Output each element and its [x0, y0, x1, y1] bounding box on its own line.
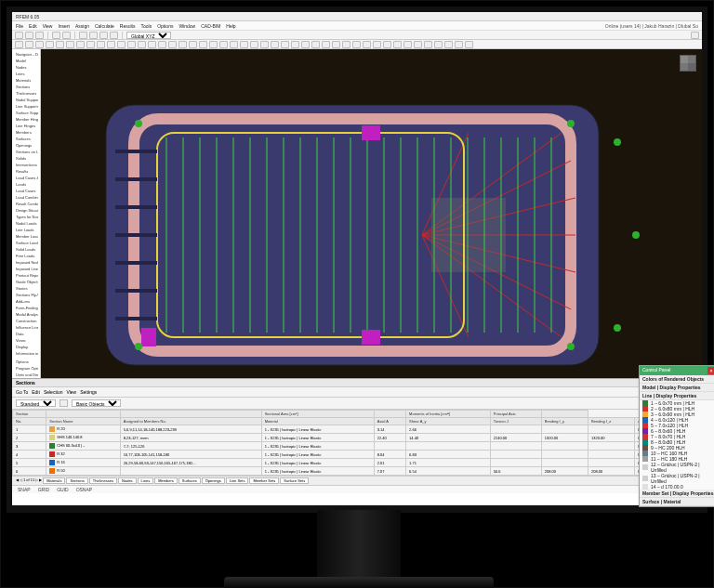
nav-item[interactable]: Sections Fly-Views: [14, 292, 38, 298]
nav-item[interactable]: Views: [14, 337, 38, 344]
toolbar-button[interactable]: [301, 41, 310, 48]
nav-item[interactable]: Stories: [14, 285, 38, 292]
nav-item[interactable]: Sections on Load …: [14, 149, 38, 155]
toolbar-button[interactable]: [271, 41, 279, 48]
sections-table[interactable]: SectionSectional Area [cm²]Moments of In…: [12, 410, 702, 476]
toolbar-button[interactable]: [393, 41, 402, 48]
toolbar-button[interactable]: [444, 41, 453, 48]
nav-item[interactable]: Surfaces: [14, 136, 38, 142]
toolbar-button[interactable]: [455, 41, 463, 48]
sheet-tab[interactable]: Sections: [66, 477, 87, 484]
nav-item[interactable]: Free Loads: [14, 253, 38, 259]
nav-item[interactable]: Loads: [14, 181, 38, 188]
toolbar-button[interactable]: [117, 41, 126, 48]
nav-item[interactable]: Display: [14, 344, 38, 350]
nav-item[interactable]: Nodal Loads: [14, 220, 38, 227]
nav-item[interactable]: Construction: [14, 318, 38, 324]
redo-icon[interactable]: [62, 32, 71, 39]
nav-item[interactable]: Member Loads: [14, 233, 38, 240]
toolbar-button[interactable]: [414, 41, 422, 48]
toolbar-button[interactable]: [332, 41, 340, 48]
sheet-tab[interactable]: Materials: [43, 477, 65, 484]
toolbar-button[interactable]: [189, 41, 197, 48]
toolbar-button[interactable]: [403, 41, 412, 48]
menu-results[interactable]: Results: [120, 23, 136, 29]
nav-item[interactable]: Data: [14, 331, 38, 337]
panel-tab-settings[interactable]: Settings: [80, 389, 97, 395]
sheet-tab[interactable]: Surface Sets: [280, 477, 309, 484]
menu-cad-bim[interactable]: CAD-BIM: [201, 23, 220, 29]
toolbar-button[interactable]: [230, 41, 238, 48]
cp-section-head[interactable]: Model | Display Properties: [640, 384, 714, 392]
undo-icon[interactable]: [52, 32, 60, 39]
menu-help[interactable]: Help: [226, 23, 235, 29]
toolbar-button[interactable]: [209, 41, 218, 48]
nav-item[interactable]: Line Supports: [14, 103, 38, 110]
viewport[interactable]: [41, 49, 702, 378]
menu-view[interactable]: View: [43, 23, 53, 29]
nav-item[interactable]: Line Loads: [14, 227, 38, 233]
nav-item[interactable]: Materials: [14, 77, 38, 84]
toolbar-button[interactable]: [25, 41, 33, 48]
menu-edit[interactable]: Edit: [29, 23, 37, 29]
save-icon[interactable]: [35, 32, 44, 39]
control-panel[interactable]: Control Panel × Colors of Rendered Objec…: [639, 365, 714, 507]
table-row[interactable]: 4R 3216,77,103-105,141,158-1801 - S235 |…: [13, 451, 702, 459]
sheet-tab[interactable]: Line Sets: [226, 477, 249, 484]
cp-section-head[interactable]: Colors of Rendered Objects: [640, 375, 714, 384]
nav-item[interactable]: Line Hinges: [14, 123, 38, 129]
nav-item[interactable]: Openings: [14, 142, 38, 149]
nav-item[interactable]: Surface Loads: [14, 240, 38, 246]
nav-item[interactable]: Load Cases & Combinations: [14, 175, 38, 181]
table-row[interactable]: 3CHS 60.3x4.0 | -7-7; 125-1261 - S235 | …: [13, 442, 702, 451]
panel-tab-goto[interactable]: Go To: [16, 389, 28, 395]
toolbar-button[interactable]: [311, 41, 320, 48]
cp-section-head[interactable]: Surface | Material: [640, 498, 714, 506]
working-plane-select[interactable]: Global XYZ: [126, 32, 171, 39]
nav-item[interactable]: Options: [14, 359, 38, 365]
menu-file[interactable]: File: [16, 23, 23, 29]
navigator-panel[interactable]: Navigator - DataModelNodesLinesMaterials…: [12, 49, 41, 378]
help-icon[interactable]: [691, 32, 699, 39]
toolbar-button[interactable]: [158, 41, 166, 48]
nav-item[interactable]: Results: [14, 168, 38, 175]
toolbar-button[interactable]: [76, 41, 85, 48]
rotate-icon[interactable]: [110, 32, 118, 39]
panel-tab-edit[interactable]: Edit: [32, 389, 40, 395]
toolbar-button[interactable]: [260, 41, 269, 48]
cp-section-head[interactable]: Line | Display Properties: [640, 392, 714, 400]
view-cube[interactable]: [680, 55, 696, 72]
control-panel-head[interactable]: Control Panel ×: [640, 366, 714, 375]
toolbar-button[interactable]: [291, 41, 299, 48]
menu-tools[interactable]: Tools: [141, 23, 152, 29]
nav-item[interactable]: Nodal Supports: [14, 97, 38, 103]
table-row[interactable]: 2SHS 140.140.88,23-127; mem1 - S235 | Is…: [13, 434, 702, 442]
nav-item[interactable]: Design Situations: [14, 207, 38, 214]
toolbar-button[interactable]: [424, 41, 432, 48]
grid-toggle[interactable]: GRID: [38, 487, 50, 492]
nav-item[interactable]: Modal Analysis: [14, 311, 38, 318]
sheet-tab[interactable]: Thicknesses: [89, 477, 117, 484]
toolbar-button[interactable]: [342, 41, 350, 48]
toolbar-button[interactable]: [434, 41, 443, 48]
nav-item[interactable]: Program Options: [14, 365, 38, 372]
toolbar-button[interactable]: [148, 41, 156, 48]
snap-toggle[interactable]: SNAP: [18, 487, 31, 492]
toolbar-button[interactable]: [97, 41, 105, 48]
toolbar-button[interactable]: [219, 41, 228, 48]
nav-item[interactable]: Members: [14, 129, 38, 136]
nav-item[interactable]: Form-Finding: [14, 305, 38, 311]
nav-item[interactable]: Member Hinges: [14, 116, 38, 123]
nav-item[interactable]: Surface Supports: [14, 110, 38, 116]
sheet-tab[interactable]: Nodes: [118, 477, 137, 484]
table-row[interactable]: 1R 205,6,9,11,14,18-140,188,223-2391 - S…: [13, 425, 702, 434]
nav-item[interactable]: Solid Loads: [14, 246, 38, 253]
toolbar-button[interactable]: [383, 41, 391, 48]
menu-window[interactable]: Window: [178, 23, 195, 29]
nav-item[interactable]: Add-ons: [14, 298, 38, 305]
toolbar-button[interactable]: [127, 41, 136, 48]
toolbar-button[interactable]: [107, 41, 115, 48]
sheet-tab[interactable]: Members: [154, 477, 178, 484]
table-row[interactable]: 5R 1626,29,58-60,93-147,156,165-167,175,…: [13, 459, 702, 467]
nav-item[interactable]: Units and Decimals: [14, 372, 38, 378]
